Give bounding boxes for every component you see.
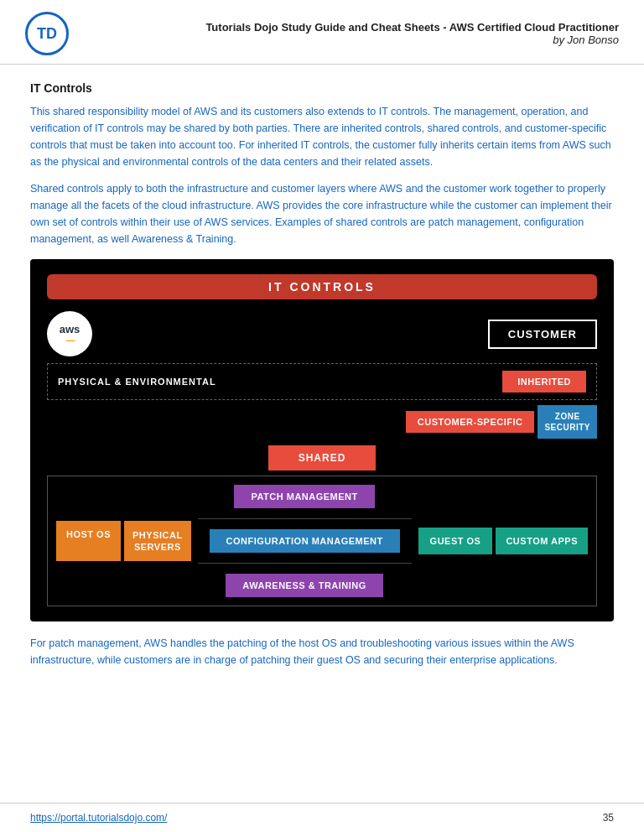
- customer-box: CUSTOMER: [488, 320, 597, 349]
- patch-mgmt-box: PATCH MANAGEMENT: [234, 485, 374, 508]
- td-logo: TD: [25, 12, 69, 55]
- inner-box: HOST OS PHYSICALSERVERS PATCH MANAGEMENT…: [47, 476, 597, 606]
- it-controls-diagram: IT CONTROLS aws ⸻ CUSTOMER PHYSICAL & EN…: [30, 259, 614, 621]
- divider-1: [198, 518, 412, 519]
- paragraph-1: This shared responsibility model of AWS …: [30, 103, 614, 170]
- diagram-title: IT CONTROLS: [47, 274, 597, 299]
- custom-apps-box: CUSTOM APPS: [496, 528, 588, 554]
- right-boxes: GUEST OS CUSTOM APPS: [418, 528, 588, 554]
- diagram-body: aws ⸻ CUSTOMER PHYSICAL & ENVIRONMENTAL …: [47, 311, 597, 606]
- paragraph-3: For patch management, AWS handles the pa…: [30, 635, 614, 668]
- zone-security-box: ZONESECURITY: [538, 405, 597, 439]
- divider-2: [198, 563, 412, 564]
- aws-text: aws: [60, 323, 80, 335]
- host-os-box: HOST OS: [56, 521, 121, 562]
- sub-title: by Jon Bonso: [69, 34, 619, 46]
- inner-center-col: PATCH MANAGEMENT CONFIGURATION MANAGEMEN…: [191, 485, 418, 597]
- pe-label: PHYSICAL & ENVIRONMENTAL: [58, 377, 216, 387]
- content: IT Controls This shared responsibility m…: [0, 65, 644, 803]
- section-title: IT Controls: [30, 81, 614, 95]
- header: TD Tutorials Dojo Study Guide and Cheat …: [0, 0, 644, 65]
- shared-row: SHARED: [47, 445, 597, 471]
- page-number: 35: [603, 812, 614, 824]
- guest-os-box: GUEST OS: [418, 528, 493, 554]
- shared-box: SHARED: [268, 445, 377, 471]
- customer-specific-box: CUSTOMER-SPECIFIC: [406, 411, 535, 433]
- awareness-box: AWARENESS & TRAINING: [226, 574, 383, 597]
- config-mgmt-box: CONFIGURATION MANAGEMENT: [210, 529, 400, 553]
- left-boxes: HOST OS PHYSICALSERVERS: [56, 521, 191, 562]
- footer: https://portal.tutorialsdojo.com/ 35: [0, 803, 644, 832]
- footer-link[interactable]: https://portal.tutorialsdojo.com/: [30, 812, 167, 824]
- aws-smile-icon: ⸻: [65, 335, 75, 346]
- aws-customer-row: aws ⸻ CUSTOMER: [47, 311, 597, 356]
- paragraph-2: Shared controls apply to both the infras…: [30, 180, 614, 247]
- pe-row: PHYSICAL & ENVIRONMENTAL INHERITED: [47, 363, 597, 400]
- inherited-box: INHERITED: [502, 371, 586, 393]
- page: TD Tutorials Dojo Study Guide and Cheat …: [0, 0, 644, 832]
- main-title: Tutorials Dojo Study Guide and Cheat She…: [69, 21, 619, 34]
- header-title: Tutorials Dojo Study Guide and Cheat She…: [69, 21, 619, 46]
- inner-main-row: HOST OS PHYSICALSERVERS PATCH MANAGEMENT…: [56, 485, 588, 597]
- aws-logo: aws ⸻: [47, 311, 92, 356]
- cs-row: CUSTOMER-SPECIFIC ZONESECURITY: [47, 405, 597, 439]
- physical-servers-box: PHYSICALSERVERS: [124, 521, 191, 562]
